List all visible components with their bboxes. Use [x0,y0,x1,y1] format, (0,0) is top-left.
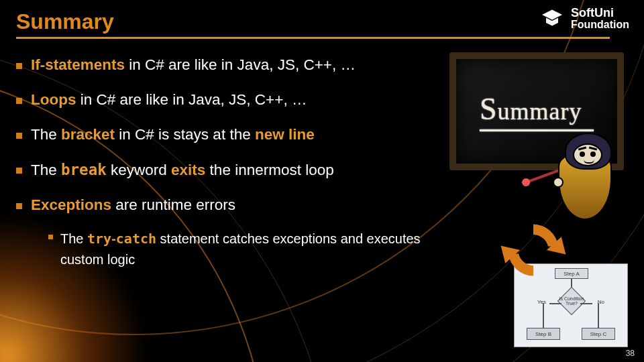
graduation-cap-icon [540,7,564,31]
refresh-arrows-icon [496,213,570,287]
wizard-mascot-icon [545,126,632,227]
sub-bullet-list: The try-catch statement catches exceptio… [48,229,445,270]
slide-title: Summary [16,9,628,34]
bullet-item: Loops in C# are like in Java, JS, C++, … [16,91,445,109]
flowchart-yes-label: Yes [537,299,546,305]
brand-logo: SoftUni Foundation [540,7,629,31]
bullet-item: If-statements in C# are like in Java, JS… [16,56,445,74]
logo-text-line1: SoftUni [571,7,629,19]
sub-bullet-item: The try-catch statement catches exceptio… [48,229,424,270]
title-underline [16,37,610,39]
bullet-item: The break keyword exits the innermost lo… [16,161,445,179]
bullet-item: The bracket in C# is stays at the new li… [16,126,445,143]
flowchart-step-b: Step B [527,328,560,340]
page-number: 38 [626,349,635,358]
bullet-item: Exceptions are runtime errors The try-ca… [16,196,445,270]
flowchart-step-c: Step C [582,328,615,340]
logo-text-line2: Foundation [571,19,629,31]
